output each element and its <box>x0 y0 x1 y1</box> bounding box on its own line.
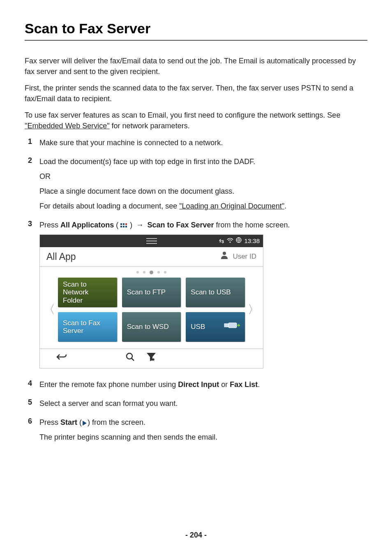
link-embedded-web-service[interactable]: "Embedded Web Service" <box>25 122 110 130</box>
step-5-num: 5 <box>25 398 32 413</box>
step-2d: For details about loading a document, se… <box>39 201 367 211</box>
page-footer: - 204 - <box>0 531 392 540</box>
step-1: 1 Make sure that your machine is connect… <box>25 137 367 152</box>
wifi-icon <box>227 236 233 246</box>
step-6-follow: The printer begins scanning and then sen… <box>39 432 367 442</box>
tile-scan-to-network-folder[interactable]: Scan toNetworkFolder <box>58 278 117 307</box>
step-2: 2 Load the document(s) face up with top … <box>25 156 367 215</box>
svg-rect-4 <box>228 323 237 328</box>
step-1-text: Make sure that your machine is connected… <box>39 137 367 148</box>
step-2-num: 2 <box>25 156 32 215</box>
tile-scan-to-wsd[interactable]: Scan to WSD <box>122 312 181 342</box>
step-4: 4 Enter the remote fax phone number usin… <box>25 379 367 394</box>
intro-p2: First, the printer sends the scanned dat… <box>25 83 367 104</box>
step-5: 5 Select a server and scan format you wa… <box>25 398 367 413</box>
user-id-label: User ID <box>233 251 256 262</box>
usb-icon <box>224 321 240 333</box>
svg-point-5 <box>127 353 132 359</box>
tile-scan-to-fax-server[interactable]: Scan to FaxServer <box>58 312 117 342</box>
screen-bottom-bar <box>40 348 263 368</box>
status-bar: ⇆ 13:38 <box>40 235 263 247</box>
svg-point-0 <box>230 241 231 243</box>
all-app-title: All App <box>46 250 76 264</box>
step-6-text: Press Start () from the screen. <box>39 417 367 428</box>
intro-p3: To use fax server features as scan to Em… <box>25 110 367 131</box>
tile-scan-to-usb[interactable]: Scan to USB <box>186 278 245 307</box>
page-title: Scan to Fax Server <box>25 21 367 37</box>
all-applications-label: All Applicatons <box>60 221 114 229</box>
fax-list-label: Fax List <box>230 380 258 389</box>
screen-title-row: All App User ID <box>40 247 263 267</box>
start-label: Start <box>60 418 77 426</box>
step-4-num: 4 <box>25 379 32 394</box>
intro-p1: Fax server will deliver the fax/Email da… <box>25 56 367 77</box>
chevron-left-icon[interactable]: 〈 <box>43 301 55 318</box>
step-3: 3 Press All Applicatons ( ) → Scan to Fa… <box>25 220 367 375</box>
transfer-icon: ⇆ <box>219 236 224 246</box>
svg-rect-3 <box>224 324 228 327</box>
step-6: 6 Press Start () from the screen. The pr… <box>25 417 367 447</box>
filter-favorite-icon[interactable] <box>146 351 157 366</box>
chevron-right-icon[interactable]: 〉 <box>247 301 260 318</box>
tile-usb[interactable]: USB <box>186 312 245 342</box>
globe-icon <box>236 236 242 246</box>
step-6-num: 6 <box>25 417 32 447</box>
page-number: - 204 - <box>185 531 207 539</box>
tile-scan-to-ftp[interactable]: Scan to FTP <box>122 278 181 307</box>
step-2b: OR <box>39 171 367 182</box>
step-2c: Place a single document face down on the… <box>39 186 367 197</box>
status-time: 13:38 <box>244 236 260 246</box>
step-1-num: 1 <box>25 137 32 152</box>
title-rule <box>25 40 367 41</box>
direct-input-label: Direct Input <box>178 380 219 389</box>
step-4-text: Enter the remote fax phone number using … <box>39 379 367 390</box>
search-icon[interactable] <box>125 351 135 366</box>
printer-screen: ⇆ 13:38 All App <box>39 234 263 368</box>
link-loading-original[interactable]: "Loading an Original Document" <box>179 202 284 210</box>
user-icon[interactable] <box>220 251 228 262</box>
step-2a: Load the document(s) face up with top ed… <box>39 156 367 167</box>
play-icon <box>83 421 87 426</box>
step-5-text: Select a server and scan format you want… <box>39 398 367 409</box>
step-3-text: Press All Applicatons ( ) → Scan to Fax … <box>39 220 367 230</box>
hamburger-icon[interactable] <box>146 238 157 244</box>
apps-grid-icon <box>120 222 128 227</box>
scan-to-fax-server-label: Scan to Fax Server <box>147 221 214 229</box>
right-arrow-icon: → <box>136 220 143 230</box>
page-dots <box>40 267 263 278</box>
intro3-pre: To use fax server features as scan to Em… <box>25 111 340 119</box>
intro3-post: for network parameters. <box>110 122 190 130</box>
back-icon[interactable] <box>56 351 67 366</box>
svg-point-2 <box>223 252 226 255</box>
step-3-num: 3 <box>25 220 32 375</box>
